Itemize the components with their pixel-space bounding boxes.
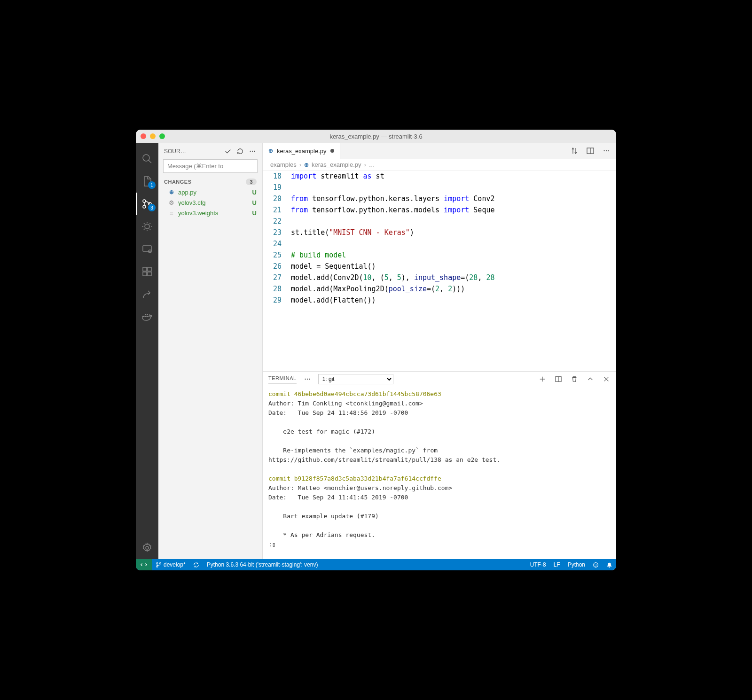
share-icon — [141, 288, 153, 300]
gear-icon — [141, 542, 153, 553]
split-terminal-button[interactable] — [554, 375, 563, 383]
debug-icon — [141, 221, 153, 232]
feedback-button[interactable] — [589, 561, 603, 568]
changed-file-item[interactable]: ⚙yolov3.cfgU — [158, 197, 262, 208]
debug-activity[interactable] — [136, 215, 158, 238]
maximize-panel-button[interactable] — [586, 375, 595, 383]
svg-rect-9 — [148, 267, 151, 271]
terminal-tab[interactable]: TERMINAL — [268, 375, 297, 383]
file-status: U — [252, 189, 257, 196]
svg-point-25 — [608, 150, 609, 151]
file-name: app.py — [178, 189, 196, 196]
python-file-icon: ⊕ — [168, 188, 175, 196]
remote-indicator[interactable] — [136, 559, 152, 570]
breadcrumb-folder[interactable]: examples — [270, 161, 297, 168]
changed-file-item[interactable]: ⊕app.pyU — [158, 187, 262, 197]
svg-point-27 — [306, 379, 307, 380]
new-terminal-button[interactable] — [538, 375, 547, 383]
svg-point-38 — [594, 562, 598, 567]
svg-point-40 — [596, 564, 596, 564]
commit-message-input[interactable]: Message (⌘Enter to — [163, 159, 258, 173]
close-icon — [603, 376, 610, 382]
remote-activity[interactable] — [136, 238, 158, 260]
commit-button[interactable] — [224, 147, 232, 156]
svg-point-3 — [143, 205, 146, 208]
ellipsis-icon — [249, 148, 256, 155]
split-editor-button[interactable] — [586, 147, 595, 155]
extensions-activity[interactable] — [136, 260, 158, 283]
activity-bar: 1 3 — [136, 143, 158, 559]
branch-icon — [156, 562, 162, 568]
vscode-window: keras_example.py — streamlit-3.6 1 3 — [136, 130, 616, 570]
svg-point-36 — [157, 566, 158, 567]
changes-section-header[interactable]: CHANGES 3 — [158, 177, 262, 187]
compare-button[interactable] — [570, 147, 579, 155]
close-panel-button[interactable] — [602, 375, 611, 383]
eol-indicator[interactable]: LF — [550, 561, 564, 568]
svg-rect-16 — [147, 314, 148, 315]
search-icon — [141, 153, 153, 164]
svg-point-26 — [305, 379, 306, 380]
scm-activity[interactable]: 3 — [136, 193, 158, 215]
close-window-button[interactable] — [141, 133, 146, 139]
language-indicator[interactable]: Python — [564, 561, 589, 568]
maximize-window-button[interactable] — [159, 133, 165, 139]
smiley-icon — [593, 562, 599, 568]
svg-rect-6 — [143, 246, 151, 251]
svg-point-39 — [595, 564, 595, 564]
statusbar: develop* Python 3.6.3 64-bit ('streamlit… — [136, 559, 616, 570]
svg-point-18 — [250, 150, 251, 151]
remote-icon — [141, 243, 153, 255]
code-content[interactable]: import streamlit as stfrom tensorflow.py… — [291, 171, 616, 371]
liveshare-activity[interactable] — [136, 283, 158, 305]
svg-point-28 — [309, 379, 310, 380]
window-title: keras_example.py — streamlit-3.6 — [136, 133, 616, 140]
scm-badge: 3 — [148, 204, 156, 211]
svg-point-19 — [252, 150, 253, 151]
encoding-indicator[interactable]: UTF-8 — [526, 561, 550, 568]
svg-rect-15 — [145, 314, 146, 315]
terminal-more-button[interactable] — [303, 375, 312, 383]
more-button[interactable] — [248, 147, 257, 156]
code-editor[interactable]: 181920212223242526272829 import streamli… — [263, 171, 616, 371]
terminal-selector[interactable]: 1: git — [318, 374, 393, 384]
refresh-button[interactable] — [236, 147, 244, 156]
main-area: ⊕ keras_example.py examples › ⊕ keras_ex… — [263, 143, 616, 559]
breadcrumbs[interactable]: examples › ⊕ keras_example.py › … — [263, 159, 616, 171]
branch-indicator[interactable]: develop* — [152, 561, 189, 568]
sync-button[interactable] — [189, 562, 203, 568]
tab-keras-example[interactable]: ⊕ keras_example.py — [263, 143, 340, 159]
dirty-indicator-icon — [330, 149, 334, 153]
svg-point-35 — [157, 562, 158, 564]
terminal-panel: TERMINAL 1: git commit 46bebe6d0ae494cbc… — [263, 371, 616, 559]
minimize-window-button[interactable] — [150, 133, 156, 139]
sidebar-header: SOUR… — [158, 143, 262, 159]
file-icon: ≡ — [168, 209, 175, 217]
remote-icon — [141, 561, 147, 568]
editor-tabs: ⊕ keras_example.py — [263, 143, 616, 159]
ellipsis-icon — [304, 376, 311, 382]
breadcrumb-tail: … — [369, 161, 375, 168]
notifications-button[interactable] — [603, 561, 616, 568]
explorer-activity[interactable]: 1 — [136, 170, 158, 193]
svg-point-5 — [145, 224, 149, 229]
breadcrumb-file[interactable]: keras_example.py — [312, 161, 361, 168]
changes-count: 3 — [246, 179, 257, 185]
split-icon — [587, 147, 594, 155]
python-file-icon: ⊕ — [268, 148, 273, 154]
editor-more-button[interactable] — [602, 147, 611, 155]
config-file-icon: ⚙ — [168, 199, 175, 206]
file-status: U — [252, 210, 257, 217]
file-name: yolov3.cfg — [178, 199, 206, 206]
docker-activity[interactable] — [136, 305, 158, 328]
changed-file-item[interactable]: ≡yolov3.weightsU — [158, 208, 262, 218]
settings-activity[interactable] — [136, 537, 158, 559]
python-env[interactable]: Python 3.6.3 64-bit ('streamlit-staging'… — [203, 561, 322, 568]
kill-terminal-button[interactable] — [570, 375, 579, 383]
check-icon — [225, 148, 231, 155]
extensions-icon — [141, 266, 153, 277]
file-name: yolov3.weights — [178, 210, 218, 217]
terminal-output[interactable]: commit 46bebe6d0ae494cbcca73d61bf1445bc5… — [263, 387, 616, 559]
chevron-right-icon: › — [299, 161, 301, 168]
search-activity[interactable] — [136, 148, 158, 170]
